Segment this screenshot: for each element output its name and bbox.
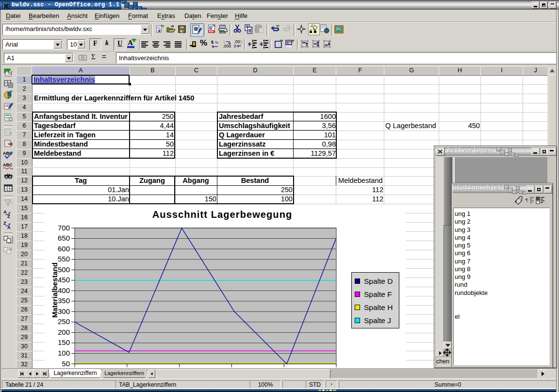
- svg-text:400: 400: [58, 286, 70, 294]
- svg-text:.000: .000: [223, 44, 231, 49]
- svg-text:450: 450: [58, 276, 70, 284]
- svg-text:250: 250: [58, 317, 70, 326]
- svg-text:0: 0: [234, 44, 236, 49]
- svg-text:200: 200: [58, 328, 70, 336]
- svg-text:350: 350: [58, 296, 70, 305]
- svg-text:%: %: [215, 40, 218, 45]
- svg-text:300: 300: [58, 307, 70, 315]
- svg-text:¶: ¶: [526, 197, 528, 203]
- svg-text:Materialbestand: Materialbestand: [50, 262, 59, 318]
- svg-text:600: 600: [58, 245, 70, 253]
- svg-text:ABC: ABC: [3, 163, 13, 167]
- svg-text:50: 50: [62, 359, 70, 368]
- svg-text:550: 550: [58, 255, 70, 263]
- svg-text:0: 0: [240, 40, 242, 44]
- svg-text:500: 500: [58, 265, 70, 274]
- svg-text:650: 650: [58, 234, 70, 242]
- svg-text:700: 700: [58, 224, 70, 232]
- svg-text:Z: Z: [3, 221, 6, 226]
- svg-text:$: $: [211, 40, 214, 45]
- svg-text:150: 150: [58, 338, 70, 346]
- svg-text:100: 100: [58, 349, 70, 357]
- svg-text:A: A: [3, 210, 7, 214]
